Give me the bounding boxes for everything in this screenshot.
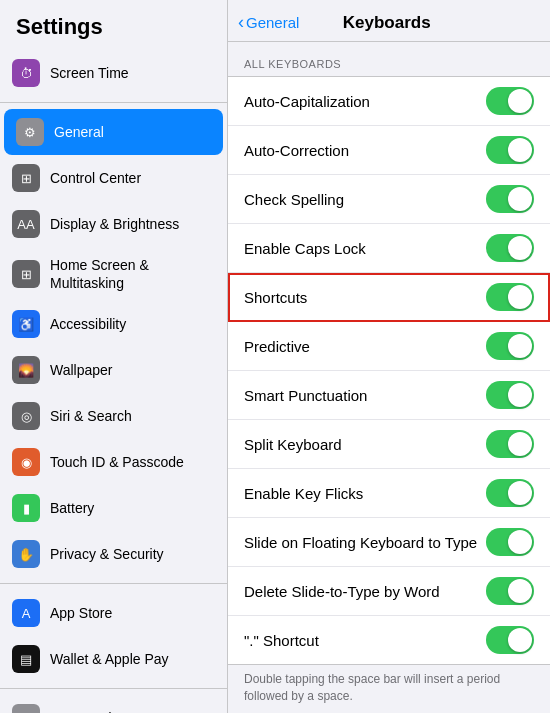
toggle-enable-caps-lock[interactable]	[486, 234, 534, 262]
row-label-period-shortcut: "." Shortcut	[244, 632, 319, 649]
sidebar-item-app-store[interactable]: A App Store	[0, 590, 227, 636]
settings-row-enable-caps-lock: Enable Caps Lock	[228, 224, 550, 273]
sidebar-item-passwords[interactable]: ⚿ Passwords	[0, 695, 227, 713]
sidebar-label-battery: Battery	[50, 499, 94, 517]
toggle-slide-floating[interactable]	[486, 528, 534, 556]
row-label-slide-floating: Slide on Floating Keyboard to Type	[244, 534, 477, 551]
toggle-auto-cap[interactable]	[486, 87, 534, 115]
home-screen-icon: ⊞	[12, 260, 40, 288]
sidebar-item-battery[interactable]: ▮ Battery	[0, 485, 227, 531]
toggle-predictive[interactable]	[486, 332, 534, 360]
settings-row-enable-key-flicks: Enable Key Flicks	[228, 469, 550, 518]
toggle-shortcuts[interactable]	[486, 283, 534, 311]
toggle-period-shortcut[interactable]	[486, 626, 534, 654]
sidebar-title: Settings	[0, 0, 227, 50]
divider-after-privacy	[0, 583, 227, 584]
touch-id-icon: ◉	[12, 448, 40, 476]
row-label-smart-punctuation: Smart Punctuation	[244, 387, 367, 404]
settings-row-auto-correct: Auto-Correction	[228, 126, 550, 175]
sidebar-item-wallpaper[interactable]: 🌄 Wallpaper	[0, 347, 227, 393]
display-brightness-icon: AA	[12, 210, 40, 238]
control-center-icon: ⊞	[12, 164, 40, 192]
sidebar-label-wallet: Wallet & Apple Pay	[50, 650, 169, 668]
sidebar-item-home-screen[interactable]: ⊞ Home Screen & Multitasking	[0, 247, 227, 301]
sidebar-item-accessibility[interactable]: ♿ Accessibility	[0, 301, 227, 347]
sidebar-label-general: General	[54, 123, 104, 141]
main-content: ‹ General Keyboards ALL KEYBOARDSAuto-Ca…	[228, 0, 550, 713]
battery-icon: ▮	[12, 494, 40, 522]
sidebar-label-passwords: Passwords	[50, 709, 118, 713]
siri-search-icon: ◎	[12, 402, 40, 430]
settings-row-period-shortcut: "." Shortcut	[228, 616, 550, 664]
toggle-enable-key-flicks[interactable]	[486, 479, 534, 507]
settings-row-delete-slide: Delete Slide-to-Type by Word	[228, 567, 550, 616]
toggle-smart-punctuation[interactable]	[486, 381, 534, 409]
settings-row-check-spelling: Check Spelling	[228, 175, 550, 224]
passwords-icon: ⚿	[12, 704, 40, 713]
wallet-icon: ▤	[12, 645, 40, 673]
settings-row-smart-punctuation: Smart Punctuation	[228, 371, 550, 420]
screen-time-icon: ⏱	[12, 59, 40, 87]
section-header-all-keyboards: ALL KEYBOARDS	[228, 42, 550, 76]
sidebar-label-screen-time: Screen Time	[50, 64, 129, 82]
row-label-check-spelling: Check Spelling	[244, 191, 344, 208]
divider-after-screen-time	[0, 102, 227, 103]
settings-list: ALL KEYBOARDSAuto-CapitalizationAuto-Cor…	[228, 42, 550, 713]
settings-row-predictive: Predictive	[228, 322, 550, 371]
chevron-left-icon: ‹	[238, 12, 244, 33]
accessibility-icon: ♿	[12, 310, 40, 338]
divider-after-wallet	[0, 688, 227, 689]
toggle-auto-correct[interactable]	[486, 136, 534, 164]
sidebar-label-control-center: Control Center	[50, 169, 141, 187]
sidebar: Settings ⏱ Screen Time ⚙ General ⊞ Contr…	[0, 0, 228, 713]
settings-row-auto-cap: Auto-Capitalization	[228, 77, 550, 126]
sidebar-item-privacy[interactable]: ✋ Privacy & Security	[0, 531, 227, 577]
section-note-all-keyboards: Double tapping the space bar will insert…	[228, 665, 550, 713]
nav-bar: ‹ General Keyboards	[228, 0, 550, 42]
sidebar-label-siri-search: Siri & Search	[50, 407, 132, 425]
sidebar-item-wallet[interactable]: ▤ Wallet & Apple Pay	[0, 636, 227, 682]
row-label-predictive: Predictive	[244, 338, 310, 355]
nav-back-button[interactable]: ‹ General	[238, 12, 299, 33]
wallpaper-icon: 🌄	[12, 356, 40, 384]
toggle-delete-slide[interactable]	[486, 577, 534, 605]
toggle-check-spelling[interactable]	[486, 185, 534, 213]
row-label-enable-key-flicks: Enable Key Flicks	[244, 485, 363, 502]
sidebar-item-siri-search[interactable]: ◎ Siri & Search	[0, 393, 227, 439]
toggle-split-keyboard[interactable]	[486, 430, 534, 458]
row-label-split-keyboard: Split Keyboard	[244, 436, 342, 453]
sidebar-item-general[interactable]: ⚙ General	[4, 109, 223, 155]
settings-row-shortcuts: Shortcuts	[228, 273, 550, 322]
settings-row-slide-floating: Slide on Floating Keyboard to Type	[228, 518, 550, 567]
row-label-enable-caps-lock: Enable Caps Lock	[244, 240, 366, 257]
sidebar-label-display-brightness: Display & Brightness	[50, 215, 179, 233]
app-store-icon: A	[12, 599, 40, 627]
sidebar-item-touch-id[interactable]: ◉ Touch ID & Passcode	[0, 439, 227, 485]
sidebar-item-control-center[interactable]: ⊞ Control Center	[0, 155, 227, 201]
sidebar-item-screen-time[interactable]: ⏱ Screen Time	[0, 50, 227, 96]
settings-group-all-keyboards: Auto-CapitalizationAuto-CorrectionCheck …	[228, 76, 550, 665]
sidebar-label-privacy: Privacy & Security	[50, 545, 164, 563]
nav-title: Keyboards	[299, 13, 474, 33]
sidebar-label-app-store: App Store	[50, 604, 112, 622]
nav-back-label: General	[246, 14, 299, 31]
privacy-icon: ✋	[12, 540, 40, 568]
row-label-delete-slide: Delete Slide-to-Type by Word	[244, 583, 440, 600]
sidebar-label-accessibility: Accessibility	[50, 315, 126, 333]
sidebar-item-display-brightness[interactable]: AA Display & Brightness	[0, 201, 227, 247]
settings-row-split-keyboard: Split Keyboard	[228, 420, 550, 469]
general-icon: ⚙	[16, 118, 44, 146]
sidebar-label-touch-id: Touch ID & Passcode	[50, 453, 184, 471]
row-label-shortcuts: Shortcuts	[244, 289, 307, 306]
sidebar-label-wallpaper: Wallpaper	[50, 361, 113, 379]
sidebar-label-home-screen: Home Screen & Multitasking	[50, 256, 215, 292]
row-label-auto-cap: Auto-Capitalization	[244, 93, 370, 110]
row-label-auto-correct: Auto-Correction	[244, 142, 349, 159]
